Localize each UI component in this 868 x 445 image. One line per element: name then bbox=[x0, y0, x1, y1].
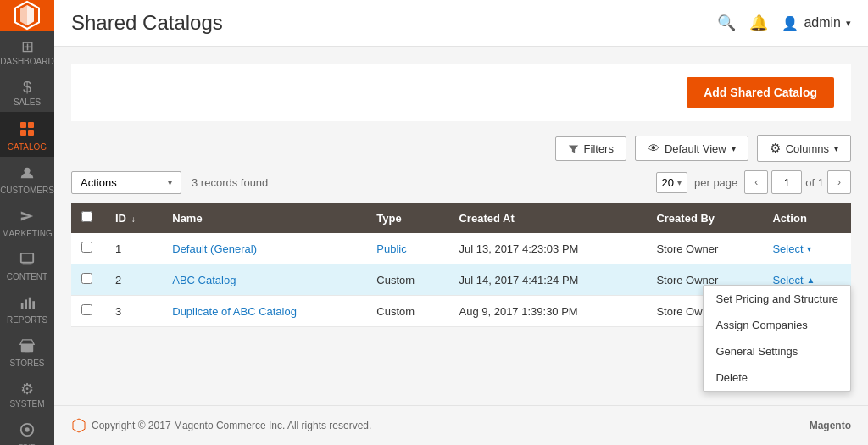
col-type: Type bbox=[366, 203, 448, 233]
table-row: 1 Default (General) Public Jul 13, 2017 … bbox=[71, 233, 851, 264]
svg-rect-4 bbox=[28, 122, 34, 128]
row1-created-by: Store Owner bbox=[646, 233, 762, 264]
columns-label: Columns bbox=[786, 142, 829, 155]
svg-marker-2 bbox=[27, 5, 34, 25]
sidebar-item-reports[interactable]: REPORTS bbox=[0, 286, 54, 330]
svg-marker-1 bbox=[20, 5, 27, 25]
dashboard-icon: ⊞ bbox=[21, 39, 34, 54]
marketing-icon bbox=[19, 209, 35, 226]
row1-select-button[interactable]: Select ▾ bbox=[772, 242, 810, 255]
sidebar-item-extensions[interactable]: FIND PARTNERS & EXTENSIONS bbox=[0, 414, 54, 445]
table-body: 1 Default (General) Public Jul 13, 2017 … bbox=[71, 233, 851, 327]
svg-rect-9 bbox=[21, 253, 33, 263]
sidebar-item-content[interactable]: CONTENT bbox=[0, 243, 54, 286]
col-id: ID ↓ bbox=[105, 203, 162, 233]
footer-logo: Copyright © 2017 Magento Commerce Inc. A… bbox=[71, 418, 371, 433]
actions-row: Actions ▾ 3 records found 20 ▾ per page … bbox=[71, 170, 851, 194]
add-catalog-bar: Add Shared Catalog bbox=[71, 64, 851, 121]
sidebar-item-customers[interactable]: CUSTOMERS bbox=[0, 157, 54, 200]
sidebar-item-sales[interactable]: $ SALES bbox=[0, 71, 54, 112]
row2-id: 2 bbox=[105, 264, 162, 296]
row1-action: Select ▾ bbox=[762, 233, 851, 264]
columns-caret-icon: ▾ bbox=[834, 144, 838, 153]
sidebar-item-system[interactable]: ⚙ SYSTEM bbox=[0, 373, 54, 414]
filter-icon bbox=[568, 143, 579, 154]
row3-created-at: Aug 9, 2017 1:39:30 PM bbox=[448, 296, 646, 327]
svg-point-7 bbox=[24, 168, 30, 174]
topbar: Shared Catalogs 🔍 🔔 👤 admin ▾ bbox=[54, 0, 868, 47]
admin-menu[interactable]: 👤 admin ▾ bbox=[782, 15, 851, 31]
row1-checkbox[interactable] bbox=[81, 242, 92, 253]
dropdown-item-general-settings[interactable]: General Settings bbox=[704, 338, 850, 364]
reports-icon bbox=[19, 295, 35, 313]
row3-checkbox[interactable] bbox=[81, 304, 92, 315]
filters-button[interactable]: Filters bbox=[555, 136, 626, 161]
per-page-select[interactable]: 20 ▾ bbox=[656, 172, 687, 193]
footer: Copyright © 2017 Magento Commerce Inc. A… bbox=[54, 405, 868, 445]
row2-created-at: Jul 14, 2017 4:41:24 PM bbox=[448, 264, 646, 296]
sidebar-item-stores[interactable]: STORES bbox=[0, 330, 54, 373]
eye-icon: 👁 bbox=[648, 142, 659, 155]
prev-page-button[interactable]: ‹ bbox=[744, 170, 768, 194]
row2-checkbox[interactable] bbox=[81, 273, 92, 284]
row3-checkbox-cell bbox=[71, 296, 105, 327]
id-sort-icon[interactable]: ↓ bbox=[131, 214, 136, 224]
next-page-button[interactable]: › bbox=[827, 170, 851, 194]
select-all-checkbox[interactable] bbox=[81, 211, 92, 222]
table-header: ID ↓ Name Type Created At bbox=[71, 203, 851, 233]
page-number-input[interactable] bbox=[771, 170, 802, 194]
table-header-row: ID ↓ Name Type Created At bbox=[71, 203, 851, 233]
magento-logo[interactable] bbox=[0, 0, 54, 31]
grid-toolbar: Filters 👁 Default View ▾ ⚙ Columns ▾ bbox=[71, 135, 851, 162]
sidebar-item-catalog[interactable]: CATALOG bbox=[0, 112, 54, 157]
dropdown-item-assign-companies[interactable]: Assign Companies bbox=[704, 312, 850, 338]
col-name: Name bbox=[162, 203, 366, 233]
row3-name[interactable]: Duplicate of ABC Catalog bbox=[162, 296, 366, 327]
footer-magento-label: Magento bbox=[810, 420, 851, 431]
row1-checkbox-cell bbox=[71, 233, 105, 264]
select-caret-up-icon: ▲ bbox=[807, 275, 815, 285]
add-shared-catalog-button[interactable]: Add Shared Catalog bbox=[687, 77, 834, 108]
view-caret-icon: ▾ bbox=[732, 144, 736, 153]
row3-id: 3 bbox=[105, 296, 162, 327]
footer-magento-icon bbox=[71, 418, 86, 433]
actions-select[interactable]: Actions ▾ bbox=[71, 171, 181, 194]
filters-label: Filters bbox=[584, 142, 614, 155]
sidebar: ⊞ DASHBOARD $ SALES CATALOG CUSTOMERS bbox=[0, 0, 54, 445]
page-title: Shared Catalogs bbox=[71, 11, 223, 35]
row3-type: Custom bbox=[366, 296, 448, 327]
content-area: Add Shared Catalog Filters 👁 Default Vie… bbox=[54, 47, 868, 405]
row1-name[interactable]: Default (General) bbox=[162, 233, 366, 264]
columns-button[interactable]: ⚙ Columns ▾ bbox=[757, 135, 851, 162]
actions-caret-icon: ▾ bbox=[168, 178, 172, 187]
sidebar-item-marketing[interactable]: MARKETING bbox=[0, 200, 54, 243]
actions-right: 20 ▾ per page ‹ of 1 › bbox=[656, 170, 851, 194]
dropdown-item-delete[interactable]: Delete bbox=[704, 364, 850, 391]
admin-avatar-icon: 👤 bbox=[782, 15, 798, 31]
row2-name[interactable]: ABC Catalog bbox=[162, 264, 366, 296]
svg-rect-11 bbox=[21, 303, 24, 309]
page-of-label: of 1 bbox=[805, 176, 824, 189]
dropdown-item-set-pricing[interactable]: Set Pricing and Structure bbox=[704, 286, 850, 312]
svg-rect-12 bbox=[25, 299, 27, 309]
row2-checkbox-cell bbox=[71, 264, 105, 296]
action-dropdown-menu: Set Pricing and Structure Assign Compani… bbox=[703, 285, 851, 392]
search-icon[interactable]: 🔍 bbox=[717, 14, 736, 32]
svg-rect-13 bbox=[29, 298, 31, 309]
row2-action: Select ▲ Set Pricing and Structure Assig… bbox=[762, 264, 851, 296]
default-view-button[interactable]: 👁 Default View ▾ bbox=[635, 136, 748, 161]
topbar-actions: 🔍 🔔 👤 admin ▾ bbox=[717, 14, 851, 32]
gear-icon: ⚙ bbox=[770, 141, 781, 156]
col-created-at: Created At bbox=[448, 203, 646, 233]
stores-icon bbox=[19, 338, 35, 356]
footer-copyright: Copyright © 2017 Magento Commerce Inc. A… bbox=[92, 420, 371, 431]
actions-label: Actions bbox=[81, 176, 117, 189]
row1-id: 1 bbox=[105, 233, 162, 264]
actions-left: Actions ▾ 3 records found bbox=[71, 171, 268, 194]
svg-rect-3 bbox=[20, 122, 26, 128]
table-row: 2 ABC Catalog Custom Jul 14, 2017 4:41:2… bbox=[71, 264, 851, 296]
per-page-value: 20 bbox=[662, 176, 674, 189]
notification-icon[interactable]: 🔔 bbox=[749, 14, 768, 32]
svg-rect-14 bbox=[32, 301, 35, 309]
sidebar-item-dashboard[interactable]: ⊞ DASHBOARD bbox=[0, 31, 54, 71]
